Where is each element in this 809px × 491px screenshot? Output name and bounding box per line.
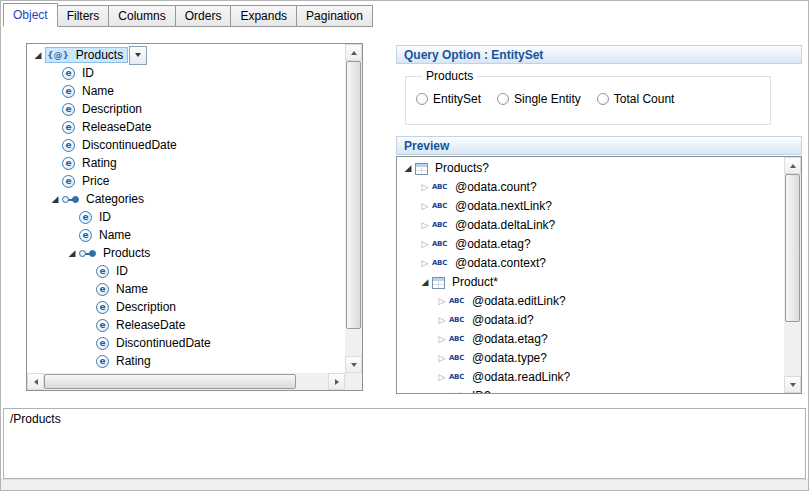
preview-tree-row-odata-deltalink[interactable]: ▷ABC@odata.deltaLink? (399, 216, 784, 235)
preview-tree-row-odata-etag[interactable]: ▷ABC@odata.etag? (399, 235, 784, 254)
scroll-up-button[interactable] (345, 44, 362, 61)
collapsed-expander-icon[interactable]: ▷ (435, 330, 449, 349)
expression-editor[interactable]: /Products (3, 408, 806, 479)
object-tree-node-label[interactable]: Name (96, 226, 134, 244)
preview-tree-row-odata-count[interactable]: ▷ABC@odata.count? (399, 178, 784, 197)
object-tree-row-products[interactable]: ◢Products (29, 244, 345, 262)
object-tree[interactable]: ◢{@}ProductseIDeNameeDescriptioneRelease… (27, 44, 345, 373)
collapsed-expander-icon[interactable]: ▷ (418, 197, 432, 216)
object-tree-vertical-scrollbar[interactable] (345, 44, 362, 373)
object-tree-row-name[interactable]: eName (29, 226, 345, 244)
scroll-down-button[interactable] (345, 356, 362, 373)
collapsed-expander-icon[interactable]: ▷ (435, 349, 449, 368)
preview-tree-row-products[interactable]: ◢Products? (399, 159, 784, 178)
root-node-dropdown-button[interactable] (129, 46, 147, 65)
preview-tree-row-odata-context[interactable]: ▷ABC@odata.context? (399, 254, 784, 273)
object-tree-node-label[interactable]: Products (100, 244, 153, 262)
object-tree-row-price[interactable]: ePrice (29, 172, 345, 190)
object-tree-row-releasedate[interactable]: eReleaseDate (29, 118, 345, 136)
radio-total-count[interactable]: Total Count (597, 92, 675, 106)
preview-tree-node-label[interactable]: Products? (432, 159, 492, 178)
object-tree-row-discontinueddate[interactable]: eDiscontinuedDate (29, 136, 345, 154)
preview-tree-node-label[interactable]: Product* (449, 273, 501, 292)
object-tree-row-id[interactable]: eID (29, 262, 345, 280)
preview-tree-node-label[interactable]: @odata.nextLink? (452, 197, 555, 216)
object-tree-row-products[interactable]: ◢{@}Products (29, 46, 345, 64)
expanded-expander-icon[interactable]: ◢ (65, 244, 79, 262)
preview-tree-row-odata-editlink[interactable]: ▷ABC@odata.editLink? (399, 292, 784, 311)
radio-single-entity[interactable]: Single Entity (497, 92, 581, 106)
object-tree-row-name[interactable]: eName (29, 280, 345, 298)
collapsed-expander-icon[interactable]: ▷ (435, 368, 449, 387)
preview-tree-node-label[interactable]: @odata.editLink? (469, 292, 569, 311)
radio-circle-icon[interactable] (497, 93, 509, 105)
object-tree-node-label[interactable]: ReleaseDate (79, 118, 154, 136)
preview-tree-node-label[interactable]: @odata.deltaLink? (452, 216, 558, 235)
scroll-left-button[interactable] (27, 373, 44, 390)
object-tree-node-label[interactable]: DiscontinuedDate (79, 136, 180, 154)
object-tree-node-label[interactable]: ReleaseDate (113, 316, 188, 334)
object-tree-row-releasedate[interactable]: eReleaseDate (29, 316, 345, 334)
object-tree-node-label[interactable]: Rating (113, 352, 154, 370)
object-tree-row-categories[interactable]: ◢Categories (29, 190, 345, 208)
object-tree-horizontal-scrollbar[interactable] (27, 373, 345, 390)
object-tree-row-id[interactable]: eID (29, 208, 345, 226)
object-tree-node-label[interactable]: Description (113, 298, 179, 316)
object-tree-node-label[interactable]: ID (79, 64, 97, 82)
collapsed-expander-icon[interactable]: ▷ (418, 216, 432, 235)
object-tree-row-rating[interactable]: eRating (29, 352, 345, 370)
tab-object[interactable]: Object (3, 3, 58, 27)
object-tree-node-label[interactable]: DiscontinuedDate (113, 334, 214, 352)
scroll-up-button[interactable] (784, 157, 801, 174)
radio-circle-icon[interactable] (416, 93, 428, 105)
preview-tree[interactable]: ◢Products?▷ABC@odata.count?▷ABC@odata.ne… (397, 157, 784, 393)
preview-tree-row-id[interactable]: ▷123ID? (399, 387, 784, 393)
collapsed-expander-icon[interactable]: ▷ (435, 311, 449, 330)
object-tree-node-label[interactable]: Price (79, 172, 112, 190)
horizontal-scroll-thumb[interactable] (44, 374, 296, 389)
collapsed-expander-icon[interactable]: ▷ (435, 292, 449, 311)
expanded-expander-icon[interactable]: ◢ (418, 273, 432, 292)
object-tree-row-id[interactable]: eID (29, 64, 345, 82)
preview-tree-row-odata-type[interactable]: ▷ABC@odata.type? (399, 349, 784, 368)
object-tree-row-name[interactable]: eName (29, 82, 345, 100)
expanded-expander-icon[interactable]: ◢ (31, 46, 45, 64)
object-tree-node-label[interactable]: Products (73, 46, 126, 64)
collapsed-expander-icon[interactable]: ▷ (418, 254, 432, 273)
preview-tree-row-odata-etag[interactable]: ▷ABC@odata.etag? (399, 330, 784, 349)
preview-tree-row-odata-readlink[interactable]: ▷ABC@odata.readLink? (399, 368, 784, 387)
object-tree-node-label[interactable]: ID (113, 262, 131, 280)
object-tree-node-label[interactable]: Name (113, 280, 151, 298)
tab-filters[interactable]: Filters (57, 5, 110, 27)
tab-orders[interactable]: Orders (175, 5, 232, 27)
vertical-scroll-thumb[interactable] (346, 61, 361, 329)
tab-columns[interactable]: Columns (108, 5, 175, 27)
object-tree-node-label[interactable]: Name (79, 82, 117, 100)
object-tree-row-description[interactable]: eDescription (29, 298, 345, 316)
preview-tree-node-label[interactable]: ID? (469, 387, 494, 393)
vertical-scroll-thumb[interactable] (785, 174, 800, 322)
preview-vertical-scrollbar[interactable] (784, 157, 801, 393)
collapsed-expander-icon[interactable]: ▷ (435, 387, 449, 393)
object-tree-node-label[interactable]: ID (96, 208, 114, 226)
preview-tree-node-label[interactable]: @odata.count? (452, 178, 540, 197)
preview-tree-row-odata-nextlink[interactable]: ▷ABC@odata.nextLink? (399, 197, 784, 216)
tab-pagination[interactable]: Pagination (296, 5, 373, 27)
object-tree-row-discontinueddate[interactable]: eDiscontinuedDate (29, 334, 345, 352)
expanded-expander-icon[interactable]: ◢ (48, 190, 62, 208)
object-tree-node-label[interactable]: Categories (83, 190, 147, 208)
collapsed-expander-icon[interactable]: ▷ (418, 235, 432, 254)
preview-tree-node-label[interactable]: @odata.readLink? (469, 368, 573, 387)
preview-tree-node-label[interactable]: @odata.etag? (469, 330, 551, 349)
tab-expands[interactable]: Expands (230, 5, 297, 27)
radio-entityset[interactable]: EntitySet (416, 92, 481, 106)
object-tree-node-label[interactable]: Description (79, 100, 145, 118)
radio-circle-icon[interactable] (597, 93, 609, 105)
preview-tree-node-label[interactable]: @odata.context? (452, 254, 549, 273)
scroll-right-button[interactable] (328, 373, 345, 390)
preview-tree-row-product[interactable]: ◢Product* (399, 273, 784, 292)
expanded-expander-icon[interactable]: ◢ (401, 159, 415, 178)
preview-tree-node-label[interactable]: @odata.id? (469, 311, 537, 330)
preview-tree-node-label[interactable]: @odata.type? (469, 349, 550, 368)
object-tree-row-rating[interactable]: eRating (29, 154, 345, 172)
